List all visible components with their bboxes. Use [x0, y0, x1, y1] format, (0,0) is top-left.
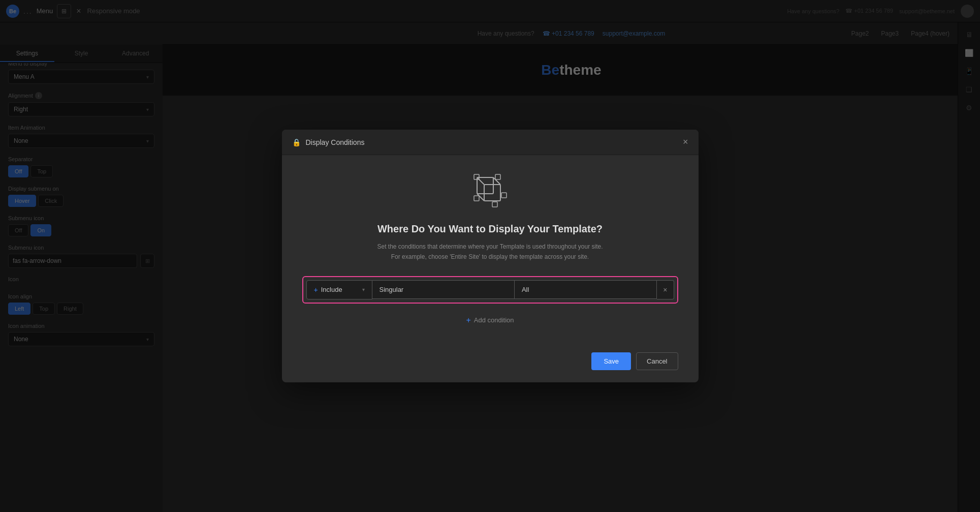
save-button[interactable]: Save [591, 352, 631, 370]
svg-line-3 [493, 177, 500, 185]
modal-header: 🔒 Display Conditions × [282, 130, 699, 155]
modal-close-button[interactable]: × [683, 137, 688, 147]
svg-rect-6 [495, 174, 500, 179]
svg-line-2 [477, 177, 484, 185]
svg-rect-9 [492, 202, 497, 207]
display-conditions-modal: 🔒 Display Conditions × [282, 130, 699, 382]
modal-footer: Save Cancel [282, 344, 699, 382]
modal-desc: Set the conditions that determine where … [377, 242, 603, 261]
add-condition-button[interactable]: + Add condition [466, 312, 514, 329]
include-dropdown[interactable]: + Include ▾ [306, 280, 372, 299]
cube-icon [470, 170, 511, 213]
svg-rect-0 [484, 185, 500, 201]
singular-dropdown[interactable]: Singular [372, 280, 515, 299]
svg-rect-7 [474, 196, 479, 201]
add-condition-label: Add condition [474, 316, 514, 324]
condition-row: + Include ▾ Singular All × [306, 280, 674, 299]
modal-main-title: Where Do You Want to Display Your Templa… [377, 223, 603, 235]
lock-icon: 🔒 [292, 138, 301, 146]
condition-row-wrapper: + Include ▾ Singular All × [302, 276, 678, 304]
modal-title: Display Conditions [306, 138, 678, 146]
svg-line-4 [477, 194, 484, 201]
modal-overlay: 🔒 Display Conditions × [0, 0, 980, 512]
condition-delete-button[interactable]: × [657, 280, 674, 299]
modal-body: Where Do You Want to Display Your Templa… [282, 155, 699, 344]
plus-icon: + [314, 286, 318, 294]
add-plus-icon: + [466, 316, 470, 325]
svg-rect-8 [501, 193, 507, 198]
chevron-down-icon: ▾ [362, 287, 365, 292]
cancel-button[interactable]: Cancel [636, 352, 678, 370]
all-dropdown[interactable]: All [515, 280, 657, 299]
